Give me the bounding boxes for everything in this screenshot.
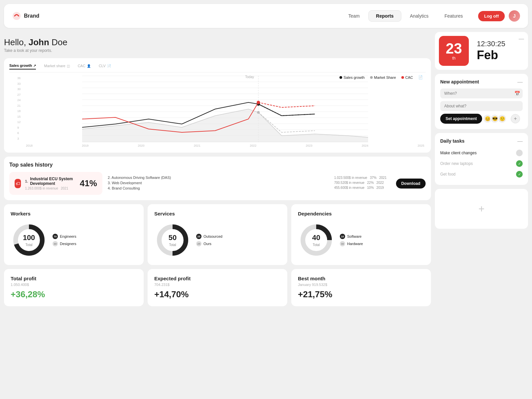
calendar-date-box: 23 th bbox=[439, 36, 469, 66]
task-item-1: Order new laptops ✓ bbox=[440, 158, 523, 169]
metrics-row: Workers 100 Total 70 bbox=[4, 204, 431, 265]
navbar: Brand Team Reports Analytics Features Lo… bbox=[4, 4, 528, 28]
task-check-2[interactable]: ✓ bbox=[516, 171, 523, 178]
nav-team[interactable]: Team bbox=[341, 11, 367, 21]
avatar: J bbox=[509, 10, 520, 22]
services-donut-label: 50 Total bbox=[169, 233, 177, 247]
calendar-month: Feb bbox=[477, 48, 505, 62]
services-donut-section: 50 Total 25 Outsourced 25 Ours bbox=[154, 222, 281, 258]
left-column: Hello, John Doe Take a look at your repo… bbox=[4, 32, 431, 306]
chart-tab-sales-growth[interactable]: Sales growth ↗ bbox=[9, 64, 36, 69]
logout-button[interactable]: Log off bbox=[478, 11, 505, 21]
workers-donut-label: 100 Total bbox=[23, 233, 35, 247]
appointment-card: New appointment — 📅 Set appointment 😊 😎 … bbox=[435, 74, 528, 129]
tasks-header: Daily tasks — bbox=[440, 138, 523, 148]
avatars-group: 😊 😎 🙂 bbox=[485, 114, 507, 123]
calendar-sup: th bbox=[452, 56, 456, 61]
total-profit-value: +36,28% bbox=[11, 289, 137, 300]
when-input[interactable] bbox=[440, 88, 523, 98]
sales-badge: 🏷 bbox=[15, 179, 21, 188]
stats-row-4: 455.600$ in revenue10%2019 bbox=[334, 186, 387, 190]
nav-links: Team Reports Analytics Features bbox=[341, 10, 470, 22]
workers-title: Workers bbox=[11, 211, 137, 216]
calendar-time: 12:30:25 bbox=[477, 40, 505, 48]
services-title: Services bbox=[154, 211, 281, 216]
chart-tab-cac[interactable]: CAC 👤 bbox=[78, 64, 91, 69]
minimize-button[interactable]: — bbox=[515, 32, 528, 46]
main-layout: Hello, John Doe Take a look at your repo… bbox=[0, 32, 532, 310]
nav-reports[interactable]: Reports bbox=[368, 10, 401, 22]
nav-right: Log off J bbox=[478, 10, 520, 22]
stats-row-3: 700.520$ in revenue22%2022 bbox=[334, 181, 387, 185]
sales-pct-1: 41% bbox=[80, 178, 97, 189]
set-appointment-button[interactable]: Set appointment bbox=[440, 114, 482, 124]
sales-list-item-3: 3. Web Development bbox=[108, 181, 329, 185]
total-profit-card: Total profit 1.050.400$ +36,28% bbox=[4, 269, 144, 306]
add-card[interactable]: + bbox=[435, 189, 528, 229]
top-sales-title: Top sales history bbox=[9, 162, 426, 168]
task-label-0: Make client changes bbox=[440, 151, 476, 155]
task-label-1: Order new laptops bbox=[440, 161, 473, 166]
dependencies-software: 10 Software bbox=[340, 234, 363, 239]
right-column: 23 th 12:30:25 Feb — New appointment — 📅 bbox=[435, 32, 528, 306]
download-button[interactable]: Download bbox=[396, 179, 426, 189]
calendar-day: 23 bbox=[446, 41, 462, 56]
top-sales-card: Top sales history 🏷 1. Industrial ECU Sy… bbox=[4, 157, 431, 200]
workers-donut-section: 100 Total 70 Engineers 30 Designers bbox=[11, 222, 137, 258]
dependencies-donut-section: 40 Total 10 Software 30 Hardware bbox=[298, 222, 424, 258]
task-check-0[interactable] bbox=[516, 150, 523, 156]
expected-profit-sub: 704.231$ bbox=[154, 283, 281, 287]
doc-icon: 📄 bbox=[107, 64, 111, 68]
services-legend: 25 Outsourced 25 Ours bbox=[196, 234, 222, 246]
today-label: Today bbox=[245, 75, 254, 79]
x-axis: 20182019202020212022202320242025 bbox=[25, 144, 426, 147]
nav-analytics[interactable]: Analytics bbox=[403, 11, 436, 21]
appointment-footer: Set appointment 😊 😎 🙂 + bbox=[440, 114, 523, 124]
task-label-2: Get food bbox=[440, 172, 456, 177]
workers-engineers: 70 Engineers bbox=[53, 234, 76, 239]
task-check-1[interactable]: ✓ bbox=[516, 160, 523, 167]
chart-card: Sales growth ↗ Market share ◫ CAC 👤 CLV … bbox=[4, 58, 431, 153]
calendar-card: 23 th 12:30:25 Feb — bbox=[435, 32, 528, 70]
expected-profit-card: Expected profit 704.231$ +14,70% bbox=[148, 269, 287, 306]
task-item-2: Get food ✓ bbox=[440, 169, 523, 180]
task-item-0: Make client changes bbox=[440, 148, 523, 158]
brand: Brand bbox=[12, 11, 341, 21]
expected-profit-value: +14,70% bbox=[154, 289, 281, 300]
workers-card: Workers 100 Total 70 bbox=[4, 204, 144, 265]
sales-stats: 1.023.500$ in revenue37%2021 700.520$ in… bbox=[334, 176, 387, 191]
add-person-button[interactable]: + bbox=[511, 114, 520, 123]
arrow-icon: ↗ bbox=[33, 64, 36, 67]
total-profit-sub: 1.050.400$ bbox=[11, 283, 137, 287]
appointment-minimize[interactable]: — bbox=[517, 79, 523, 85]
best-month-card: Best month January 919.532$ +21,75% bbox=[291, 269, 431, 306]
page-greeting: Hello, John Doe bbox=[4, 37, 431, 48]
y-axis: 363330272421181512963 bbox=[17, 75, 24, 142]
person-icon: 👤 bbox=[87, 64, 91, 68]
about-input-row bbox=[440, 101, 523, 111]
brand-icon bbox=[12, 11, 21, 21]
add-plus-icon: + bbox=[478, 203, 485, 215]
about-input[interactable] bbox=[440, 101, 523, 111]
page-subtitle: Take a look at your reports. bbox=[4, 48, 431, 53]
workers-donut: 100 Total bbox=[11, 222, 47, 258]
sales-item-1-info: 1. Industrial ECU System Development 1.2… bbox=[25, 177, 76, 190]
chart-container: Sales growth Market Share CAC 📄 36333027… bbox=[9, 75, 426, 147]
sales-row: 🏷 1. Industrial ECU System Development 1… bbox=[9, 172, 426, 195]
stats-row-2: 1.023.500$ in revenue37%2021 bbox=[334, 176, 387, 180]
appointment-header: New appointment — bbox=[440, 79, 523, 88]
services-ours: 25 Ours bbox=[196, 241, 222, 246]
svg-point-0 bbox=[13, 12, 21, 20]
chart-tabs: Sales growth ↗ Market share ◫ CAC 👤 CLV … bbox=[9, 64, 426, 72]
sales-list: 2. Autonomous Driving Software (DAS) 3. … bbox=[108, 176, 329, 192]
chart-tab-market-share[interactable]: Market share ◫ bbox=[44, 64, 69, 69]
nav-features[interactable]: Features bbox=[437, 11, 470, 21]
sales-item-1: 🏷 1. Industrial ECU System Development 1… bbox=[9, 172, 102, 195]
tasks-title: Daily tasks bbox=[440, 138, 465, 144]
chart-tab-clv[interactable]: CLV 📄 bbox=[99, 64, 111, 69]
total-profit-label: Total profit bbox=[11, 276, 137, 281]
best-month-label: Best month bbox=[298, 276, 424, 281]
tasks-card: Daily tasks — Make client changes Order … bbox=[435, 133, 528, 185]
sales-list-item-2: 2. Autonomous Driving Software (DAS) bbox=[108, 176, 329, 180]
tasks-minimize[interactable]: — bbox=[517, 138, 523, 144]
